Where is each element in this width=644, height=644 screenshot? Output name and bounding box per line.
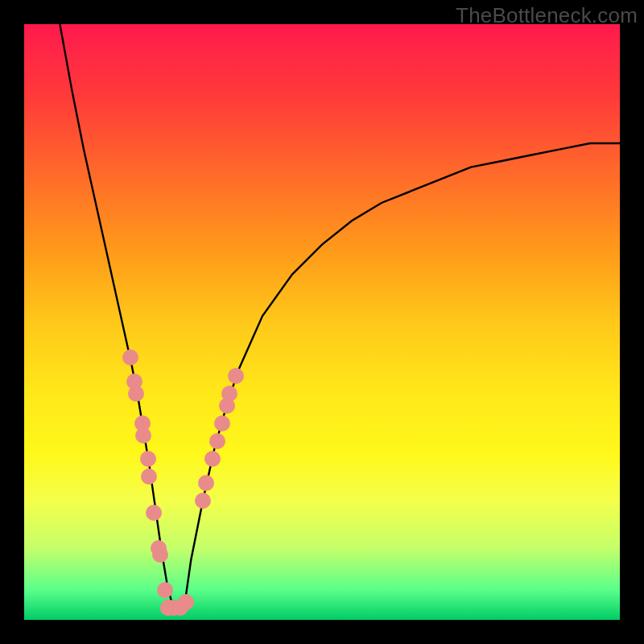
marker-left: [135, 427, 151, 444]
bottleneck-curve: [24, 24, 620, 620]
marker-right: [228, 368, 244, 384]
marker-left: [152, 547, 168, 563]
marker-right: [221, 386, 237, 402]
marker-left: [146, 505, 162, 521]
marker-right: [214, 415, 230, 431]
plot-area: [24, 24, 620, 620]
marker-min: [178, 594, 194, 610]
marker-left: [140, 451, 156, 467]
marker-left: [128, 386, 144, 402]
chart-frame: TheBottleneck.com: [0, 0, 644, 644]
marker-left: [122, 349, 138, 365]
marker-right: [209, 433, 225, 449]
marker-left: [141, 469, 157, 485]
marker-right: [195, 493, 211, 509]
watermark-text: TheBottleneck.com: [456, 3, 638, 28]
marker-right: [198, 475, 214, 491]
marker-left: [157, 582, 173, 598]
marker-right: [204, 451, 221, 467]
